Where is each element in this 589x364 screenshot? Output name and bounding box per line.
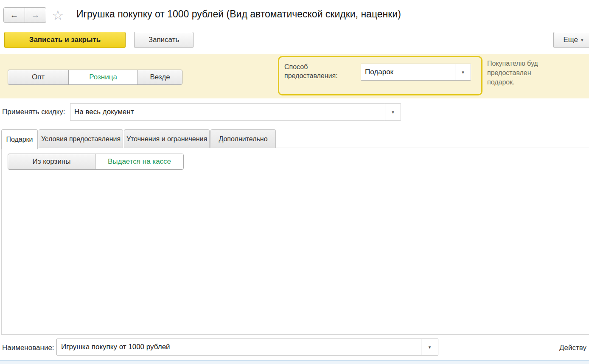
segment-opt[interactable]: Опт [8,70,68,84]
back-arrow-icon: ← [10,10,19,20]
name-dropdown-button[interactable]: ▾ [421,339,438,355]
page-title: Игрушка покупку от 1000 рублей (Вид авто… [76,8,401,20]
tab-gifts[interactable]: Подарки [1,129,38,149]
status-strip [0,360,589,364]
scope-segment-group: Опт Розница Везде [8,70,182,85]
forward-arrow-icon: → [31,10,40,20]
segment-from-cart[interactable]: Из корзины [8,154,95,169]
save-button[interactable]: Записать [134,32,194,48]
acts-label: Действу [559,344,586,352]
gift-source-segment-group: Из корзины Выдается на кассе [8,154,184,170]
more-button-top[interactable]: Еще▾ [553,32,589,48]
back-button[interactable]: ← [4,8,25,22]
method-combobox[interactable]: Подарок ▾ [361,64,471,81]
tab-bar: Подарки Условия предоставления Уточнения… [1,129,277,148]
apply-discount-combobox[interactable]: На весь документ ▾ [70,103,401,121]
tab-refinements[interactable]: Уточнения и ограничения [124,129,210,148]
apply-discount-label: Применять скидку: [2,108,65,116]
forward-button[interactable]: → [25,8,46,22]
apply-discount-dropdown-button[interactable]: ▾ [385,104,401,120]
caret-down-icon: ▾ [429,344,431,350]
caret-down-icon: ▾ [581,37,583,43]
caret-down-icon: ▾ [392,109,394,115]
tab-additional[interactable]: Дополнительно [210,129,276,148]
history-nav: ← → [3,7,46,23]
method-hint-text: Покупателю буд предоставлен подарок. [487,59,589,87]
apply-discount-value: На весь документ [70,104,385,120]
favorite-star-icon[interactable]: ☆ [52,8,64,23]
method-dropdown-button[interactable]: ▾ [455,64,471,80]
segment-roznitsa[interactable]: Розница [68,70,137,84]
tab-conditions[interactable]: Условия предоставления [39,129,123,148]
name-label: Наименование: [2,344,54,352]
gifts-tab-panel [1,148,589,335]
method-label: Способ предоставления: [284,62,361,80]
name-field: ▾ [56,339,438,356]
method-value: Подарок [361,64,455,80]
caret-down-icon: ▾ [462,70,464,75]
name-input[interactable] [57,339,421,355]
save-and-close-button[interactable]: Записать и закрыть [4,32,126,48]
segment-issued-at-checkout[interactable]: Выдается на кассе [95,154,183,169]
segment-vezde[interactable]: Везде [137,70,182,84]
